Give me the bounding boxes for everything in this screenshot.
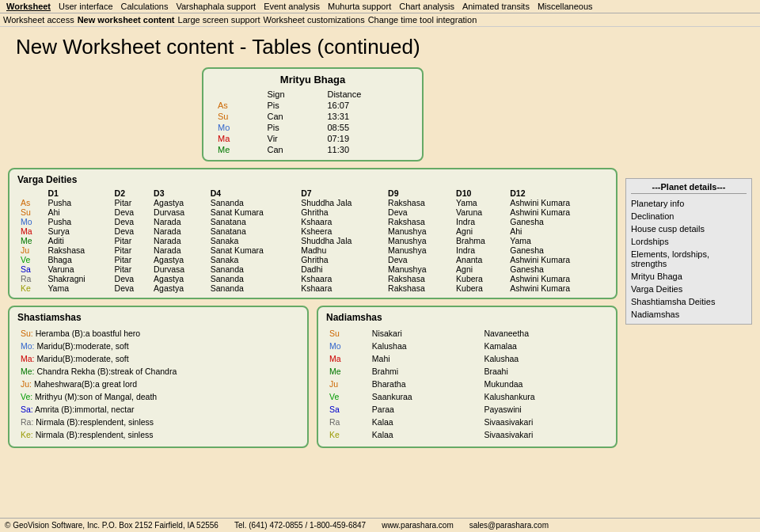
mrityu-container: Mrityu Bhaga Sign Distance As Pis 16:07 … [8,67,618,162]
table-row: MoPushaDevaNaradaSanatanaKshaaraRakshasa… [17,217,608,226]
second-nav-customizations[interactable]: Worksheet customizations [263,15,364,25]
varga-cell: Manushya [385,264,453,274]
varga-col-header: D7 [298,188,385,198]
page-title: New Worksheet content - Tables (continue… [0,27,760,64]
varga-cell: Ganesha [507,217,608,226]
varga-cell: Deva [112,207,151,217]
planet-label: Ke [17,283,44,293]
table-row: JuRakshasaPitarNaradaSanat KumaraMadhuMa… [17,245,608,255]
varga-cell: Narada [150,245,207,255]
planet-prefix: Me: [21,367,35,376]
second-nav-large-screen[interactable]: Large screen support [178,15,260,25]
second-nav-access[interactable]: Worksheet access [3,15,74,25]
nav-muhurta[interactable]: Muhurta support [325,2,394,11]
footer: © GeoVision Software, Inc. P.O. Box 2152… [0,518,760,532]
varga-cell: Ashwini Kumara [507,255,608,264]
footer-tel: Tel. (641) 472-0855 / 1-800-459-6847 [234,521,366,530]
nav-chart-analysis[interactable]: Chart analysis [396,2,458,11]
distance-value: 16:07 [321,100,414,111]
planet-label: As [211,100,261,111]
right-panel: ---Planet details--- Planetary infoDecli… [625,178,752,325]
right-panel-menu-item[interactable]: Declination [631,210,747,222]
nadi-col1: Kalaa [370,416,481,428]
table-row: MeAditiPitarNaradaSanakaShuddha JalaManu… [17,236,608,245]
right-panel-menu-item[interactable]: Shashtiamsha Deities [631,295,747,308]
table-row: Mo Kalushaa Kamalaa [328,340,606,352]
planet-prefix: Sa: [21,405,33,414]
mrityu-panel: Mrityu Bhaga Sign Distance As Pis 16:07 … [202,67,424,162]
table-row: Su Can 13:31 [211,111,414,122]
varga-cell: Deva [112,283,151,293]
varga-col-header: D1 [44,188,111,198]
planet-label: As [17,198,44,207]
shast-text: Maridu(B):moderate, soft [36,354,128,363]
varga-cell: Yama [453,198,507,207]
distance-value: 13:31 [321,111,414,122]
nav-calculations[interactable]: Calculations [118,2,172,11]
varga-cell: Varuna [453,207,507,217]
varga-cell: Kubera [453,274,507,283]
nav-animated[interactable]: Animated transits [459,2,533,11]
varga-cell: Deva [385,255,453,264]
varga-cell: Pitar [112,255,151,264]
right-panel-menu-item[interactable]: Mrityu Bhaga [631,270,747,283]
varga-cell: Shuddha Jala [298,198,385,207]
nav-user-interface[interactable]: User interface [55,2,116,11]
right-panel-menu-item[interactable]: Nadiamshas [631,308,747,321]
varga-cell: Pitar [112,236,151,245]
varga-col-header: D9 [385,188,453,198]
table-row: Sa Paraa Payaswini [328,404,606,415]
varga-cell: Manushya [385,236,453,245]
varga-cell: Durvasa [150,207,207,217]
varga-cell: Manushya [385,245,453,255]
planet-label: Su [17,207,44,217]
nadi-col2: Mukundaa [482,378,606,390]
right-panel-menu-item[interactable]: House cusp details [631,222,747,235]
table-row: SuAhiDevaDurvasaSanat KumaraGhrithaDevaV… [17,207,608,217]
nadi-col1: Nisakari [370,328,481,339]
varga-cell: Agastya [150,283,207,293]
varga-cell: Ashwini Kumara [507,198,608,207]
shast-cell: Ra: Nirmala (B):resplendent, sinless [19,416,298,428]
second-nav-change-time[interactable]: Change time tool integration [368,15,477,25]
right-panel-menu-item[interactable]: Varga Deities [631,283,747,295]
varga-cell: Sanat Kumara [207,207,298,217]
shast-text: Nirmala (B):resplendent, sinless [36,430,154,439]
nav-varshaphala[interactable]: Varshaphala support [173,2,259,11]
shast-cell: Ve: Mrithyu (M):son of Mangal, death [19,391,298,402]
right-panel-items: Planetary infoDeclinationHouse cusp deta… [631,197,747,321]
second-nav-new-content[interactable]: New worksheet content [78,15,175,25]
right-panel-menu-item[interactable]: Lordships [631,235,747,248]
right-panel-menu-item[interactable]: Planetary info [631,197,747,210]
nadi-col1: Bharatha [370,378,481,390]
nadi-col1: Kalushaa [370,340,481,352]
table-row: SaVarunaPitarDurvasaSanandaDadhiManushya… [17,264,608,274]
nav-worksheet[interactable]: Worksheet [3,2,54,11]
sign-value: Can [261,111,321,122]
varga-planet-header [17,188,44,198]
varga-cell: Kshaara [298,283,385,293]
shast-text: Mrithyu (M):son of Mangal, death [35,392,157,401]
shast-cell: Sa: Amrita (B):immortal, nectar [19,404,298,415]
varga-cell: Ashwini Kumara [507,274,608,283]
right-panel-menu-item[interactable]: Elements, lordships, strengths [631,248,747,270]
varga-cell: Ashwini Kumara [507,207,608,217]
nadi-col2: Kalushankura [482,391,606,402]
varga-cell: Narada [150,226,207,236]
nadi-col2: Kamalaa [482,340,606,352]
distance-value: 11:30 [321,144,414,155]
main-content: Mrityu Bhaga Sign Distance As Pis 16:07 … [0,64,760,451]
varga-cell: Shuddha Jala [298,236,385,245]
nadi-col1: Saankuraa [370,391,481,402]
varga-cell: Dadhi [298,264,385,274]
shast-text: Amrita (B):immortal, nectar [35,405,134,414]
table-row: Me Can 11:30 [211,144,414,155]
planet-prefix: Ke: [21,430,33,439]
varga-title: Varga Deities [17,174,608,185]
planet-label: Su [211,111,261,122]
nadi-title: Nadiamshas [326,312,608,323]
nav-miscellaneous[interactable]: Miscellaneous [534,2,596,11]
nav-event-analysis[interactable]: Event analysis [260,2,323,11]
varga-cell: Sanaka [207,255,298,264]
planet-label: Mo [211,122,261,133]
